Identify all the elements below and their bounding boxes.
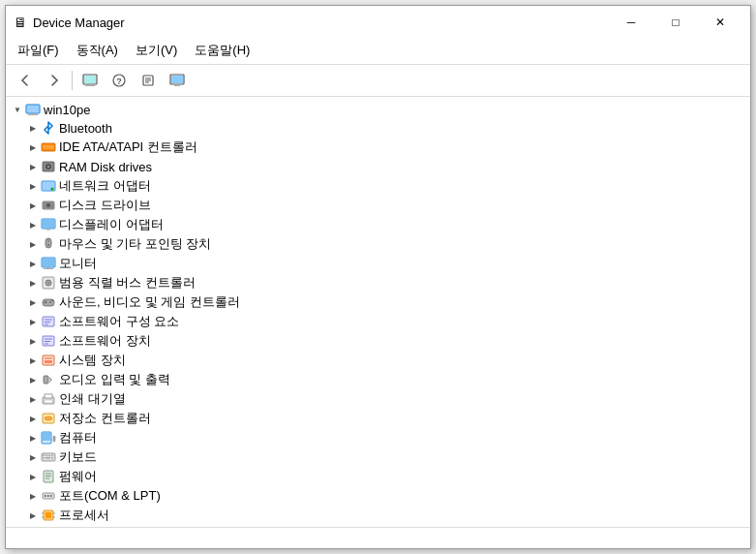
tree-item[interactable]: 네트워크 어댑터 [6, 176, 750, 196]
tree-item[interactable]: 소프트웨어 장치 [6, 331, 750, 351]
svg-point-24 [51, 188, 54, 191]
menu-file[interactable]: 파일(F) [10, 39, 67, 62]
tree-item[interactable]: 키보드 [6, 447, 750, 467]
svg-rect-14 [27, 106, 39, 112]
svg-point-40 [47, 282, 49, 284]
svg-rect-67 [43, 455, 45, 457]
svg-rect-11 [171, 76, 183, 83]
item-toggle[interactable] [25, 333, 41, 349]
icon-firmware [41, 469, 56, 484]
svg-rect-12 [174, 84, 180, 86]
item-toggle[interactable] [25, 294, 41, 310]
item-label: 디스플레이 어댑터 [59, 216, 164, 233]
close-button[interactable]: ✕ [698, 9, 742, 36]
item-toggle[interactable] [25, 198, 41, 213]
tree-item[interactable]: 포트(COM & LPT) [6, 486, 750, 506]
back-button[interactable] [12, 68, 39, 93]
item-toggle[interactable] [25, 430, 41, 446]
maximize-button[interactable]: □ [653, 9, 698, 36]
tree-item[interactable]: 범용 직렬 버스 컨트롤러 [6, 273, 750, 292]
tree-item[interactable]: 마우스 및 기타 포인팅 장치 [6, 234, 750, 254]
icon-network [41, 178, 56, 194]
item-toggle[interactable] [25, 256, 41, 271]
minimize-button[interactable]: ─ [609, 9, 653, 36]
svg-rect-46 [43, 317, 54, 326]
item-label: 키보드 [59, 448, 97, 466]
item-label: 오디오 입력 및 출력 [59, 371, 170, 388]
menu-help[interactable]: 도움말(H) [187, 39, 257, 62]
status-bar [6, 527, 750, 548]
svg-point-42 [49, 301, 51, 303]
item-label: 포트(COM & LPT) [59, 487, 161, 505]
menu-view[interactable]: 보기(V) [128, 39, 185, 62]
svg-point-33 [47, 244, 49, 246]
item-toggle[interactable] [25, 508, 41, 523]
icon-print [41, 391, 56, 407]
tree-item[interactable]: 모니터 [6, 254, 750, 273]
svg-rect-18 [43, 145, 54, 149]
tree-item[interactable]: 소프트웨어 구성 요소 [6, 312, 750, 331]
tree-item[interactable]: 펌웨어 [6, 467, 750, 486]
icon-port [41, 488, 56, 504]
item-label: 마우스 및 기타 포인팅 장치 [59, 235, 211, 253]
item-toggle[interactable] [25, 120, 41, 136]
icon-ide [41, 139, 56, 155]
computer-button[interactable] [76, 68, 104, 93]
tree-items: BluetoothIDE ATA/ATAPI 컨트롤러RAM Disk driv… [6, 118, 750, 527]
svg-rect-57 [44, 376, 48, 384]
item-label: 사운드, 비디오 및 게임 컨트롤러 [59, 293, 240, 311]
item-toggle[interactable] [25, 372, 41, 387]
tree-item[interactable]: 사운드, 비디오 및 게임 컨트롤러 [6, 292, 750, 312]
properties-button[interactable] [135, 68, 162, 93]
item-toggle[interactable] [25, 314, 41, 329]
tree-item[interactable]: 오디오 입력 및 출력 [6, 370, 750, 389]
menu-action[interactable]: 동작(A) [69, 39, 126, 62]
tree-root[interactable]: win10pe [6, 101, 750, 118]
svg-rect-68 [45, 455, 47, 457]
forward-button[interactable] [41, 68, 68, 93]
tree-item[interactable]: RAM Disk drives [6, 157, 750, 176]
item-toggle[interactable] [25, 236, 41, 252]
item-label: 인쇄 대기열 [59, 390, 126, 408]
root-toggle[interactable] [10, 102, 25, 117]
svg-rect-73 [51, 457, 53, 459]
tree-item[interactable]: 저장소 컨트롤러 [6, 409, 750, 428]
item-label: IDE ATA/ATAPI 컨트롤러 [59, 138, 197, 156]
menu-bar: 파일(F) 동작(A) 보기(V) 도움말(H) [6, 37, 750, 64]
tree-content[interactable]: win10pe BluetoothIDE ATA/ATAPI 컨트롤러RAM D… [6, 97, 750, 527]
tree-item[interactable]: 시스템 장치 [6, 351, 750, 370]
icon-pc [41, 430, 56, 446]
tree-item[interactable]: 컴퓨터 [6, 428, 750, 447]
tree-item[interactable]: 인쇄 대기열 [6, 389, 750, 409]
svg-rect-1 [84, 76, 96, 83]
item-toggle[interactable] [25, 353, 41, 368]
tree-item[interactable]: IDE ATA/ATAPI 컨트롤러 [6, 138, 750, 157]
help-button[interactable]: ? [106, 68, 133, 93]
tree-item[interactable]: 프로세서 [6, 506, 750, 525]
item-toggle[interactable] [25, 488, 41, 504]
svg-rect-16 [28, 114, 38, 115]
tree-item[interactable]: 디스크 드라이브 [6, 196, 750, 215]
svg-rect-30 [46, 229, 50, 231]
title-bar: 🖥 Device Manager ─ □ ✕ [6, 6, 750, 37]
svg-point-27 [46, 203, 50, 207]
item-toggle[interactable] [25, 139, 41, 155]
item-toggle[interactable] [25, 411, 41, 426]
icon-bluetooth [41, 120, 56, 136]
item-label: 저장소 컨트롤러 [59, 410, 151, 427]
item-label: 디스크 드라이브 [59, 197, 151, 214]
item-toggle[interactable] [25, 449, 41, 465]
item-toggle[interactable] [25, 275, 41, 291]
title-bar-left: 🖥 Device Manager [14, 15, 125, 30]
item-toggle[interactable] [25, 391, 41, 407]
monitor-button[interactable] [164, 68, 191, 93]
item-toggle[interactable] [25, 178, 41, 194]
tree-item[interactable]: Bluetooth [6, 118, 750, 138]
item-toggle[interactable] [25, 469, 41, 484]
icon-audio [41, 372, 56, 387]
item-label: 시스템 장치 [59, 352, 126, 369]
tree-item[interactable]: 디스플레이 어댑터 [6, 215, 750, 234]
svg-rect-45 [45, 301, 46, 304]
item-toggle[interactable] [25, 217, 41, 232]
item-toggle[interactable] [25, 159, 41, 174]
